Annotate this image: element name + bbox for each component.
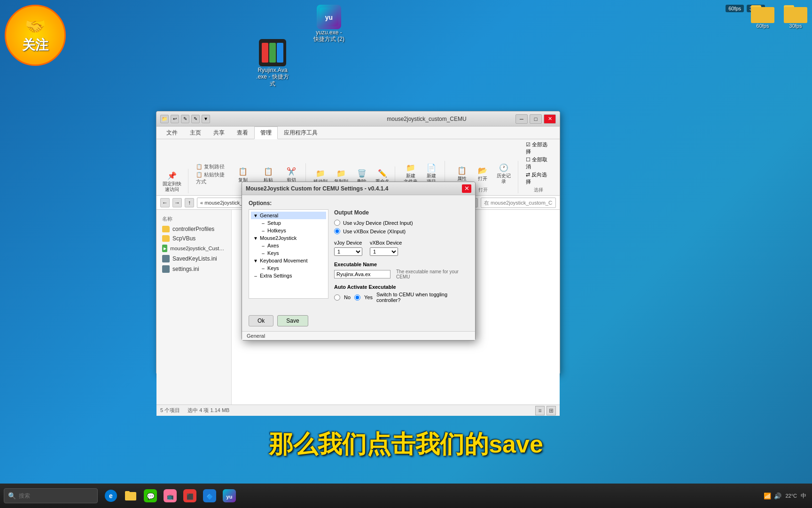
exec-name-input[interactable] [334,270,390,278]
ok-button[interactable]: Ok [249,315,273,326]
save-button[interactable]: Save [277,315,308,326]
fps-60: 60fps [726,5,744,12]
systray-icons: 📶 🔊 [764,492,781,500]
tree-axes[interactable]: – Axes [251,242,326,249]
radio-vxbox-row: Use vXBox Device (XInput) [334,228,468,234]
minimize-button[interactable]: ─ [515,114,528,124]
explorer-title-text: mouse2joystick_custom_CEMU [338,116,515,122]
ryujinx-desktop-icon[interactable]: Ryujinx.Ava.exe - 快捷方式 [254,39,291,87]
ribbon-tab-manage[interactable]: 管理 [254,127,278,139]
copy-path-btn[interactable]: 📋 复制路径 [196,163,229,170]
taskbar-app-edge[interactable]: e [102,486,120,505]
taskbar-app-2[interactable]: 🔷 [200,486,219,505]
paste-shortcut-btn[interactable]: 📋 粘贴快捷方式 [196,171,229,185]
select-label: 选择 [534,187,543,193]
close-button[interactable]: ✕ [544,114,556,124]
tree-keys[interactable]: – Keys [251,249,326,257]
tb-btn-3[interactable]: ✎ [181,115,189,123]
ribbon-tab-share[interactable]: 共享 [207,127,231,139]
folder-30fps[interactable]: 30fps [781,2,810,29]
tree-general[interactable]: ▼ General [251,212,326,219]
sidebar-item-savedkeylists[interactable]: SavedKeyLists.ini [156,254,231,264]
tree-label-general: General [260,213,278,218]
copy-btn[interactable]: 📋 复制 [231,165,255,184]
tree-expand-km[interactable]: ▼ [253,258,258,263]
radio-auto-yes[interactable] [354,294,360,301]
tree-label-extra: Extra Settings [260,273,292,278]
open-btn[interactable]: 📂 打开 [473,164,492,183]
tree-expand-m2j[interactable]: ▼ [253,235,258,241]
ribbon-tab-file[interactable]: 文件 [160,127,184,139]
options-tree[interactable]: ▼ General – Setup – Hotkeys ▼ [249,209,328,299]
tree-keyboard-movement[interactable]: ▼ Keyboard Movement [251,257,326,264]
yuzu-desktop-icon[interactable]: yu yuzu.exe -快捷方式 (2) [310,5,348,43]
tree-mouse2joystick[interactable]: ▼ Mouse2Joystick [251,234,326,242]
folder-60fps[interactable]: 60fps [749,2,777,29]
auto-label: Auto Activate Executable [334,284,468,290]
tb-btn-5[interactable]: ▼ [202,115,210,123]
vjoy-device-select[interactable]: 1 [334,247,362,256]
properties-btn[interactable]: 📋 属性 [453,164,471,183]
tb-btn-1[interactable]: 📁 [160,115,169,123]
tree-expand-hotkeys: – [260,228,266,233]
svg-rect-3 [262,43,268,63]
ribbon-tab-app-tools[interactable]: 应用程序工具 [278,127,324,139]
tree-expand-general[interactable]: ▼ [253,213,258,218]
tree-km-keys[interactable]: – Keys [251,264,326,272]
desktop: 🤝 关注 60fps 30fps yu yuzu.exe -快捷方式 (2) [0,0,812,508]
output-radio-group: Use vJoy Device (Direct Input) Use vXBox… [334,220,468,234]
vxbox-device-label: vXBox Device [370,240,402,246]
open-icon: 📂 [477,165,488,176]
ribbon-tab-home[interactable]: 主页 [184,127,207,139]
svg-text:💬: 💬 [147,492,155,500]
grid-view-btn[interactable]: ⊞ [547,406,556,415]
maximize-button[interactable]: □ [530,114,542,124]
status-selected: 选中 4 项 1.14 MB [187,407,229,414]
ribbon-tab-view[interactable]: 查看 [231,127,254,139]
yuzu-taskbar-icon: yu [223,489,236,502]
temp-display: 22°C [785,493,797,499]
taskbar-app-1[interactable]: ⬛ [180,486,199,505]
sidebar-item-scpvbus[interactable]: ScpVBus [156,234,231,243]
taskbar-app-yuzu[interactable]: yu [220,486,239,505]
tree-hotkeys[interactable]: – Hotkeys [251,227,326,234]
taskbar-search-input[interactable] [19,492,94,499]
auto-section: Auto Activate Executable No Yes Switch t… [334,284,468,303]
sidebar-item-mouse2joystick[interactable]: ▶ mouse2joystick_Custom_CEMU.e [156,243,231,254]
tree-expand-keys: – [260,250,266,256]
tree-label-km: Keyboard Movement [260,258,308,263]
select-none-btn[interactable]: ☐ 全部取消 [526,156,551,170]
sidebar-item-controller-profiles[interactable]: controllerProfiles [156,224,231,234]
sidebar-item-settings[interactable]: settings.ini [156,264,231,274]
up-btn[interactable]: ↑ [185,198,194,207]
pin-btn[interactable]: 📌 固定到快速访问 [161,169,183,193]
cut-btn[interactable]: ✂️ 剪切 [282,165,301,184]
tb-btn-2[interactable]: ↩ [171,115,179,123]
dialog-close-button[interactable]: ✕ [462,184,471,193]
ime-indicator: 中 [801,492,806,500]
paste-btn[interactable]: 📋 粘贴 [257,165,280,184]
taskbar-app-explorer[interactable] [121,486,140,505]
vxbox-device-select[interactable]: 1 [370,247,398,256]
back-btn[interactable]: ← [160,198,170,207]
select-all-btn[interactable]: ☑ 全部选择 [526,141,551,155]
pin-label: 固定到快速访问 [163,181,181,192]
ribbon-group-select: ☑ 全部选择 ☐ 全部取消 ⇄ 反向选择 选择 [526,141,556,193]
forward-btn[interactable]: → [172,198,182,207]
tree-label-km-keys: Keys [267,265,279,271]
tb-btn-4[interactable]: ✎ [191,115,200,123]
radio-auto-no[interactable] [334,294,340,301]
history-btn[interactable]: 🕐 历史记录 [494,161,513,185]
tree-setup[interactable]: – Setup [251,219,326,227]
taskbar-app-wechat[interactable]: 💬 [141,486,160,505]
tree-extra-settings[interactable]: – Extra Settings [251,272,326,279]
taskbar-app-bilibili[interactable]: 📺 [161,486,180,505]
list-view-btn[interactable]: ≡ [535,406,545,415]
radio-vjoy[interactable] [334,220,340,226]
invert-select-btn[interactable]: ⇄ 反向选择 [526,171,551,185]
search-input[interactable] [481,198,556,208]
radio-vxbox-label: Use vXBox Device (XInput) [343,229,406,234]
radio-vxbox[interactable] [334,228,340,234]
tree-expand-setup: – [260,220,266,226]
sidebar-item-label: mouse2joystick_Custom_CEMU.e [170,246,226,251]
